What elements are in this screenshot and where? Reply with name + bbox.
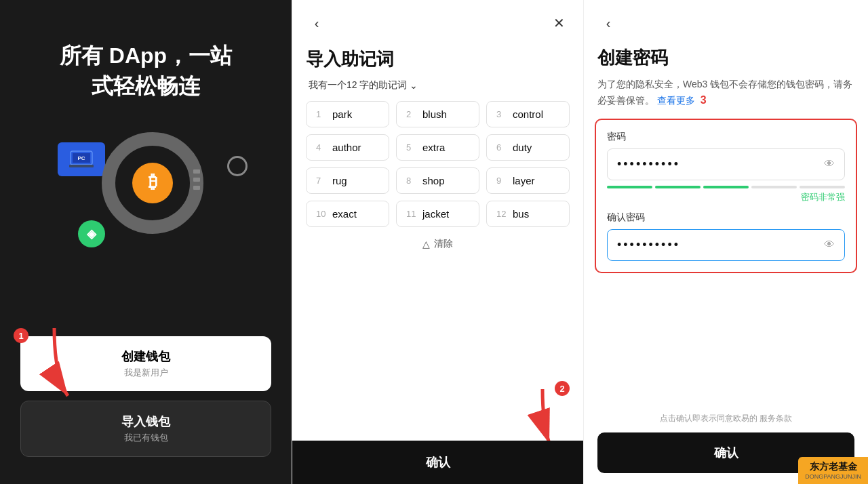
strength-seg-4 <box>751 186 797 188</box>
confirm-eye-icon[interactable]: 👁 <box>824 239 835 251</box>
panel3-desc: 为了您的隐私安全，Web3 钱包不会存储您的钱包密码，请务必妥善保管。 查看更多… <box>584 74 868 119</box>
mnemonic-word-cell[interactable]: 10exact <box>306 201 389 227</box>
mnemonic-word-cell[interactable]: 7rug <box>306 167 389 194</box>
svg-rect-7 <box>193 186 200 190</box>
password-label: 密码 <box>607 131 845 143</box>
import-wallet-label: 导入钱包 <box>33 414 258 430</box>
panel3-back-icon[interactable]: ‹ <box>597 12 619 34</box>
password-input-wrap[interactable]: •••••••••• 👁 <box>607 148 845 180</box>
confirm-password-input-wrap[interactable]: •••••••••• 👁 <box>607 229 845 261</box>
svg-rect-6 <box>193 178 200 182</box>
wallet-buttons: 创建钱包 我是新用户 导入钱包 我已有钱包 <box>20 336 271 457</box>
mnemonic-word-cell[interactable]: 6duty <box>486 134 570 161</box>
create-wallet-sublabel: 我是新用户 <box>33 367 259 379</box>
panel2-header: ‹ ✕ <box>292 0 583 41</box>
eye-icon[interactable]: 👁 <box>824 158 835 170</box>
confirm-password-dots: •••••••••• <box>617 238 824 252</box>
mnemonic-word-cell[interactable]: 11jacket <box>396 201 479 227</box>
close-icon[interactable]: ✕ <box>548 12 570 34</box>
mnemonic-count-selector[interactable]: 我有一个12 字的助记词 ⌄ <box>292 75 583 101</box>
strength-seg-3 <box>703 186 749 188</box>
coin-icon: ◈ <box>78 220 105 247</box>
mnemonic-word-cell[interactable]: 5extra <box>396 134 479 161</box>
mnemonic-word-cell[interactable]: 3control <box>486 101 570 127</box>
mnemonic-word-cell[interactable]: 9layer <box>486 167 570 194</box>
intro-title: 所有 DApp，一站 式轻松畅连 <box>0 41 292 102</box>
panel-wallet-intro: 所有 DApp，一站 式轻松畅连 PC <box>0 0 292 484</box>
mnemonic-word-cell[interactable]: 8shop <box>396 167 479 194</box>
svg-text:◈: ◈ <box>86 227 97 241</box>
strength-bar <box>607 186 845 188</box>
panel3-header: ‹ <box>584 0 868 41</box>
create-wallet-label: 创建钱包 <box>33 348 259 365</box>
svg-text:₿: ₿ <box>149 172 157 192</box>
mnemonic-word-cell[interactable]: 2blush <box>396 101 479 127</box>
step-label-2: 2 <box>555 381 570 396</box>
mnemonic-word-grid: 1park2blush3control4author5extra6duty7ru… <box>292 101 583 227</box>
password-section: 密码 •••••••••• 👁 密码非常强 确认密码 •••••••••• 👁 <box>595 119 857 273</box>
watermark: 东方老基金 DONGPANGJUNJIN <box>798 457 868 484</box>
create-wallet-button[interactable]: 创建钱包 我是新用户 <box>20 336 271 391</box>
mnemonic-word-cell[interactable]: 1park <box>306 101 389 127</box>
step-label-3: 3 <box>701 94 707 106</box>
read-more-link[interactable]: 查看更多 <box>657 95 695 106</box>
import-wallet-button[interactable]: 导入钱包 我已有钱包 <box>20 401 271 457</box>
watermark-sub: DONGPANGJUNJIN <box>805 473 861 480</box>
watermark-main: 东方老基金 <box>810 461 857 473</box>
import-wallet-sublabel: 我已有钱包 <box>33 432 258 444</box>
panel2-confirm-button[interactable]: 确认 <box>292 441 583 484</box>
confirm-password-label: 确认密码 <box>607 211 845 224</box>
password-dots: •••••••••• <box>617 157 824 172</box>
svg-rect-2 <box>69 165 94 167</box>
strength-seg-5 <box>800 186 845 188</box>
strength-seg-2 <box>655 186 701 188</box>
back-icon[interactable]: ‹ <box>306 12 328 34</box>
mnemonic-word-cell[interactable]: 12bus <box>486 201 570 227</box>
panel-import-mnemonic: ‹ ✕ 导入助记词 我有一个12 字的助记词 ⌄ 1park2blush3con… <box>292 0 583 484</box>
svg-rect-5 <box>193 169 200 174</box>
strength-seg-1 <box>607 186 652 188</box>
terms-text: 点击确认即表示同意欧易的 服务条款 <box>597 413 854 424</box>
device-illustration: PC ₿ ◈ <box>31 108 261 258</box>
svg-text:PC: PC <box>77 155 85 161</box>
strength-label: 密码非常强 <box>607 191 845 203</box>
clear-button[interactable]: △ 清除 <box>422 238 453 250</box>
panel-create-password: ‹ 创建密码 为了您的隐私安全，Web3 钱包不会存储您的钱包密码，请务必妥善保… <box>583 0 868 484</box>
panel3-title: 创建密码 <box>584 41 868 74</box>
panel2-title: 导入助记词 <box>292 41 583 75</box>
mnemonic-word-cell[interactable]: 4author <box>306 134 389 161</box>
